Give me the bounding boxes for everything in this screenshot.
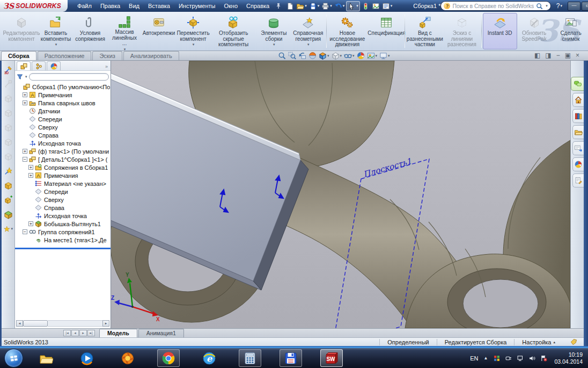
- tree-item[interactable]: Материал <не указан>: [15, 179, 111, 187]
- menu-Справка[interactable]: Справка: [242, 1, 274, 11]
- scroll-right-button[interactable]: ▸: [102, 320, 109, 327]
- propertymanager-tab[interactable]: [32, 61, 46, 70]
- featuremanager-tab[interactable]: [17, 61, 31, 70]
- reference-geometry-tool-button[interactable]: ▾: [3, 224, 13, 234]
- edit-appearance-button[interactable]: [357, 52, 365, 60]
- left-pane-toggle-icon[interactable]: ◧: [534, 52, 540, 59]
- edit-appearance-button[interactable]: [371, 2, 380, 11]
- doc-close-icon[interactable]: ×: [576, 52, 579, 59]
- ribbon-button-show-hidden[interactable]: Отобразить скрытые компоненты: [212, 13, 254, 49]
- custom-properties-tab[interactable]: [572, 174, 584, 187]
- taskbar-app-xnview[interactable]: [116, 349, 139, 367]
- tab-Эскиз[interactable]: Эскиз: [92, 51, 122, 60]
- taskbar-app-internet-explorer[interactable]: e: [198, 349, 220, 367]
- view-settings-button[interactable]: ▾: [379, 52, 390, 60]
- rebuild-traffic-light-button[interactable]: [361, 2, 370, 11]
- tree-item[interactable]: Сверху: [15, 123, 111, 131]
- tree-item[interactable]: Справа: [15, 204, 111, 212]
- taskbar-clock[interactable]: 10:19 03.04.2014: [554, 351, 583, 365]
- view-orientation-button[interactable]: ▾: [319, 52, 329, 60]
- tree-item[interactable]: +(ф) тяга<1> (По умолчани: [15, 147, 111, 155]
- tag-icon[interactable]: [570, 338, 577, 345]
- tree-expander[interactable]: −: [23, 229, 27, 234]
- tree-item[interactable]: −Группа сопряжений1: [15, 228, 111, 236]
- volume-icon[interactable]: [528, 355, 536, 362]
- tree-item[interactable]: +Сопряжения в Сборка1: [15, 163, 111, 171]
- tab-Расположение[interactable]: Расположение: [38, 51, 92, 60]
- tree-item[interactable]: +Папка сварных швов: [15, 99, 111, 107]
- open-button[interactable]: ▾: [296, 2, 307, 11]
- show-hidden-icons[interactable]: ▲: [484, 356, 488, 360]
- tree-item[interactable]: Спереди: [15, 115, 111, 123]
- hide-show-items-button[interactable]: ▾: [344, 52, 355, 60]
- displaymanager-tab[interactable]: [47, 61, 61, 70]
- power-plug-icon[interactable]: [505, 355, 512, 362]
- section-view-button[interactable]: [308, 52, 317, 60]
- menu-Вид[interactable]: Вид: [124, 1, 144, 11]
- ribbon-button-mate[interactable]: Условия сопряжения: [73, 13, 107, 49]
- component-box-button[interactable]: [3, 181, 13, 190]
- insert-components-dropdown-icon[interactable]: ▾: [55, 42, 57, 48]
- tree-item[interactable]: Датчики: [15, 107, 111, 115]
- zoom-fit-button[interactable]: [278, 52, 286, 60]
- scroll-left-button[interactable]: ◂: [16, 320, 23, 327]
- ribbon-button-smart-fasteners[interactable]: Автокрепежи: [142, 13, 176, 49]
- last-tab-button[interactable]: ▸|: [87, 330, 95, 336]
- right-pane-toggle-icon[interactable]: ◨: [545, 52, 551, 59]
- reference-geometry-tool-dropdown-icon[interactable]: ▾: [11, 227, 13, 231]
- prev-tab-button[interactable]: ◂: [71, 330, 79, 336]
- appearances-scenes-tab[interactable]: [572, 157, 584, 171]
- action-center-flag-icon[interactable]: [540, 355, 548, 362]
- tree-item[interactable]: Сборка1 (По умолчанию<По: [15, 83, 111, 91]
- select-arrow-button[interactable]: ▾: [346, 1, 360, 11]
- print-button[interactable]: ▾: [321, 2, 333, 11]
- options-list-dropdown-icon[interactable]: ▾: [391, 4, 393, 8]
- taskbar-app-media-player[interactable]: [76, 349, 98, 367]
- view-settings-dropdown-icon[interactable]: ▾: [388, 54, 390, 58]
- previous-view-button[interactable]: [298, 52, 306, 60]
- doc-minimize-icon[interactable]: −: [556, 52, 560, 59]
- tree-item[interactable]: На месте1 (тяга<1>,Де: [15, 236, 111, 244]
- scroll-track[interactable]: [48, 320, 102, 327]
- doc-restore-icon[interactable]: ▣: [565, 52, 571, 59]
- menu-Вставка[interactable]: Вставка: [144, 1, 174, 11]
- reference-geometry-dropdown-icon[interactable]: ▾: [307, 42, 310, 48]
- zoom-area-button[interactable]: [288, 52, 296, 60]
- select-arrow-dropdown-icon[interactable]: ▾: [356, 4, 358, 8]
- tab-Модель[interactable]: Модель: [99, 329, 137, 337]
- tree-item[interactable]: Исходная точка: [15, 212, 111, 220]
- tree-item[interactable]: +AПримечания: [15, 171, 111, 179]
- tree-item[interactable]: +Бобышка-Вытянуть1: [15, 220, 111, 228]
- filter-dropdown-icon[interactable]: ▾: [25, 75, 27, 79]
- tab-Анимация1[interactable]: Анимация1: [138, 329, 184, 337]
- ribbon-button-instant3d[interactable]: Instant 3D: [483, 13, 517, 49]
- menu-Файл[interactable]: Файл: [73, 1, 96, 11]
- taskbar-app-solidworks[interactable]: SW: [320, 349, 343, 367]
- tab-Сборка[interactable]: Сборка: [1, 51, 36, 60]
- ribbon-button-reference-geometry[interactable]: Справочная геометрия▾: [291, 13, 325, 49]
- print-dropdown-icon[interactable]: ▾: [330, 4, 332, 8]
- tree-expander[interactable]: +: [23, 92, 27, 97]
- tree-item[interactable]: Исходная точка: [15, 139, 111, 147]
- view-orientation-dropdown-icon[interactable]: ▾: [327, 54, 329, 58]
- graphics-area[interactable]: Плоскость1 Y X Z: [111, 61, 570, 328]
- save-button[interactable]: ▾: [308, 2, 320, 11]
- tree-expander[interactable]: +: [23, 149, 27, 154]
- save-dropdown-icon[interactable]: ▾: [318, 4, 320, 8]
- tree-item[interactable]: Справа: [15, 131, 111, 139]
- move-component-dropdown-icon[interactable]: ▾: [193, 42, 195, 48]
- tree-tabs-overflow-icon[interactable]: »: [105, 64, 111, 70]
- tree-item[interactable]: Спереди: [15, 187, 111, 196]
- network-icon[interactable]: [517, 355, 524, 362]
- panel-splitter[interactable]: [15, 248, 111, 249]
- taskbar-app-windows-explorer[interactable]: [35, 349, 57, 367]
- component-new-button[interactable]: [3, 195, 13, 205]
- menu-Правка[interactable]: Правка: [96, 1, 124, 11]
- help-menu-button[interactable]: ?▾: [556, 2, 562, 10]
- ribbon-button-bom[interactable]: Спецификация: [369, 13, 403, 49]
- tree-expander[interactable]: +: [28, 173, 33, 178]
- display-style-dropdown-icon[interactable]: ▾: [340, 54, 342, 58]
- file-explorer-tab[interactable]: [572, 125, 584, 139]
- first-tab-button[interactable]: |◂: [63, 330, 71, 336]
- tree-filter-input[interactable]: [29, 73, 109, 81]
